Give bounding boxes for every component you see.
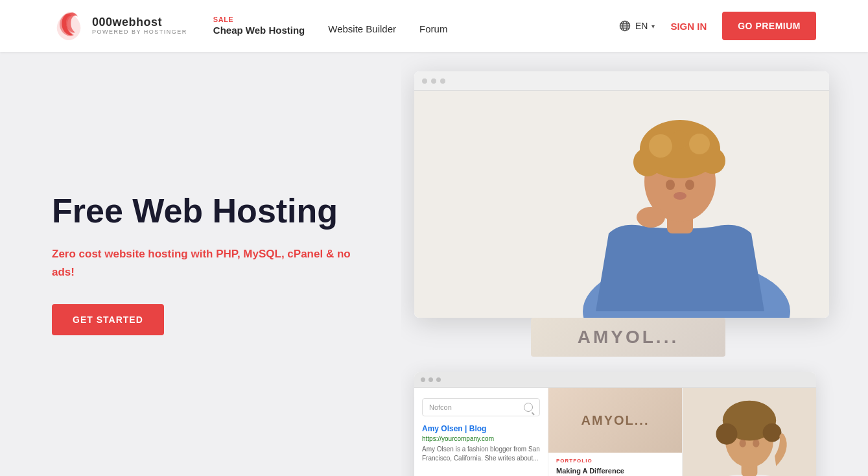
hero-subtitle-rest: cost website hosting with PHP, MySQL, cP…	[52, 248, 351, 278]
nav-links: SALE Cheap Web Hosting Website Builder F…	[213, 16, 618, 36]
browser-mockup-main	[414, 71, 829, 318]
browser-dot-s2	[428, 377, 433, 382]
svg-point-25	[740, 439, 746, 447]
nav-right: EN ▾ SIGN IN GO PREMIUM	[618, 12, 816, 40]
svg-point-24	[763, 423, 782, 442]
nav-sale-link[interactable]: SALE Cheap Web Hosting	[213, 16, 305, 36]
blog-title: Making A Difference In Any Way I Can	[556, 466, 674, 476]
blog-preview-panel: AMYOL... PORTFOLIO Making A Difference I…	[548, 388, 682, 476]
svg-point-18	[637, 207, 665, 228]
svg-point-13	[689, 134, 710, 154]
search-bar-fake: Nofcon	[422, 398, 540, 416]
amyol-text: AMYOL...	[578, 327, 679, 348]
globe-icon	[618, 19, 631, 32]
svg-point-15	[666, 180, 675, 190]
logo-name: 000webhost	[92, 16, 187, 29]
browser-dot-s1	[421, 377, 425, 382]
browser-content-secondary: Nofcon Amy Olsen | Blog https://yourcomp…	[414, 388, 816, 476]
search-result-desc: Amy Olsen is a fashion blogger from San …	[422, 445, 540, 463]
browser-dot-2	[431, 78, 436, 84]
nav-forum-link[interactable]: Forum	[419, 16, 447, 34]
hero-subtitle-zero: Zero	[52, 248, 76, 260]
svg-point-14	[671, 130, 689, 149]
blog-header-visual: AMYOL...	[548, 388, 682, 453]
svg-point-26	[753, 439, 759, 447]
blog-body: PORTFOLIO Making A Difference In Any Way…	[548, 453, 682, 476]
browser-dot-3	[440, 78, 445, 84]
language-selector[interactable]: EN ▾	[618, 19, 655, 32]
hero-image-area: Nofcon Amy Olsen | Blog https://yourcomp…	[401, 52, 868, 476]
search-result-panel: Nofcon Amy Olsen | Blog https://yourcomp…	[414, 388, 548, 476]
search-icon-small	[524, 403, 533, 412]
go-premium-button[interactable]: GO PREMIUM	[722, 12, 816, 40]
get-started-button[interactable]: GET STARTED	[52, 304, 164, 335]
svg-point-23	[716, 423, 738, 445]
nav-website-builder-link[interactable]: Website Builder	[328, 16, 396, 34]
browser-mockup-secondary: Nofcon Amy Olsen | Blog https://yourcomp…	[414, 372, 816, 476]
logo[interactable]: 000webhost POWERED BY HOSTINGER	[52, 9, 187, 43]
browser-dot-1	[422, 78, 427, 84]
navbar: 000webhost POWERED BY HOSTINGER SALE Che…	[0, 0, 868, 52]
browser-dot-s3	[436, 377, 441, 382]
browser-bar-main	[414, 71, 829, 91]
amyol-banner: AMYOL...	[531, 318, 725, 357]
hero-section: Free Web Hosting Zero cost website hosti…	[0, 52, 868, 476]
hero-content: Free Web Hosting Zero cost website hosti…	[52, 193, 363, 335]
logo-sub: POWERED BY HOSTINGER	[92, 29, 187, 36]
svg-point-16	[685, 180, 694, 190]
svg-point-12	[649, 134, 672, 158]
blog-name-display: AMYOL...	[581, 413, 650, 428]
hero-title: Free Web Hosting	[52, 193, 363, 230]
browser-bar-secondary	[414, 372, 816, 388]
svg-point-17	[674, 192, 686, 200]
signin-button[interactable]: SIGN IN	[670, 21, 707, 32]
nav-sale-label: SALE	[213, 16, 305, 24]
nav-sale-text: Cheap Web Hosting	[213, 25, 305, 36]
search-result-title: Amy Olsen | Blog	[422, 424, 540, 433]
woman2-photo-panel	[683, 388, 816, 476]
search-input-fake: Nofcon	[429, 403, 520, 411]
chevron-down-icon: ▾	[651, 23, 655, 30]
language-code: EN	[635, 21, 648, 31]
browser-content-main	[414, 91, 829, 318]
hero-subtitle: Zero cost website hosting with PHP, MySQ…	[52, 245, 363, 280]
blog-label: PORTFOLIO	[556, 458, 674, 464]
search-result-url: https://yourcompany.com	[422, 435, 540, 442]
